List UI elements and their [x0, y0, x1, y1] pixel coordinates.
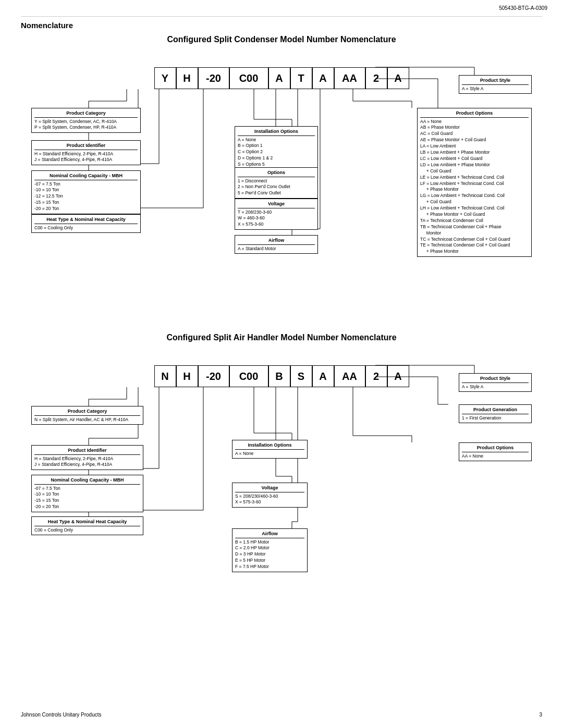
model1-char-c00: C00: [229, 67, 268, 89]
ann-product-identifier: Product Identifier H = Standard Efficien…: [31, 140, 141, 165]
model2-char-20: -20: [198, 365, 229, 387]
model2-char-b: B: [268, 365, 290, 387]
diagram1-title: Configured Split Condenser Model Number …: [21, 35, 542, 44]
model1-char-h: H: [176, 67, 198, 89]
model1-char-20: -20: [198, 67, 229, 89]
model1-char-a1: A: [268, 67, 290, 89]
ann-product-options: Product Options AA = NoneAB = Phase Moni…: [417, 108, 532, 257]
footer-page: 3: [539, 712, 542, 718]
model2-char-aa: AA: [334, 365, 365, 387]
model1-char-aa: AA: [334, 67, 365, 89]
page-header: 505430-BTG-A-0309: [0, 0, 563, 11]
ann-airflow: Airflow A = Standard Motor: [235, 235, 318, 254]
ann2-product-identifier: Product Identifier H = Standard Efficien…: [31, 445, 143, 470]
model1-char-a2: A: [312, 67, 334, 89]
footer-company: Johnson Controls Unitary Products: [21, 712, 102, 718]
ann2-installation-options: Installation Options A = None: [232, 440, 308, 459]
model1-char-y: Y: [154, 67, 176, 89]
ann2-voltage: Voltage S = 208/230/460-3-60X = 575-3-60: [232, 483, 308, 508]
ann-product-category: Product Category Y = Split System, Conde…: [31, 108, 141, 133]
section-title: Nomenclature: [21, 21, 542, 30]
ann2-product-options: Product Options AA = None: [459, 442, 532, 461]
model2-char-h: H: [176, 365, 198, 387]
model2-char-a1: A: [312, 365, 334, 387]
ann2-product-category: Product Category N = Split System, Air H…: [31, 406, 143, 425]
ann2-product-generation: Product Generation 1 = First Generation: [459, 404, 532, 423]
model2-char-s: S: [290, 365, 312, 387]
ann2-nominal-cooling: Nominal Cooling Capacity - MBH -07 = 7.5…: [31, 475, 143, 512]
ann-voltage: Voltage T = 208/230-3-60W = 460-3-60X = …: [235, 199, 318, 230]
ann-nominal-cooling: Nominal Cooling Capacity - MBH -07 = 7.5…: [31, 170, 141, 214]
ann2-product-style: Product Style A = Style A: [459, 373, 532, 392]
ann-heat-type: Heat Type & Nominal Heat Capacity C00 = …: [31, 214, 141, 233]
model1-char-2: 2: [365, 67, 387, 89]
doc-number: 505430-BTG-A-0309: [499, 5, 547, 11]
ann-product-style: Product Style A = Style A: [459, 75, 532, 94]
model2-char-2: 2: [365, 365, 387, 387]
diagram2-title: Configured Split Air Handler Model Numbe…: [21, 333, 542, 342]
model2-char-n: N: [154, 365, 176, 387]
model2-char-a2: A: [387, 365, 409, 387]
model1-char-t: T: [290, 67, 312, 89]
ann2-heat-type: Heat Type & Nominal Heat Capacity C00 = …: [31, 516, 143, 535]
model1-char-a3: A: [387, 67, 409, 89]
ann-options: Options 1 = Disconnect2 = Non Pwr'd Conv…: [235, 167, 318, 199]
model2-char-c00: C00: [229, 365, 268, 387]
ann2-airflow: Airflow B = 1.5 HP MotorC = 2.0 HP Motor…: [232, 528, 308, 572]
